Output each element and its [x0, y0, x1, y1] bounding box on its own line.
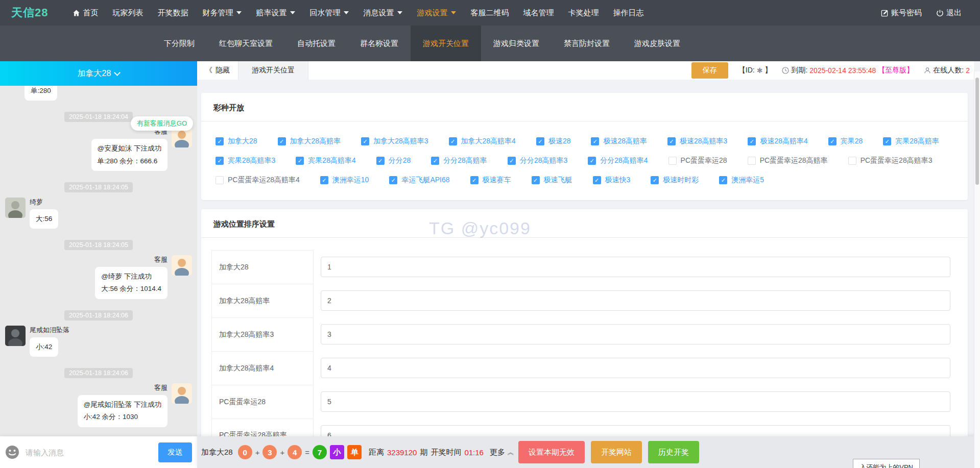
plus-sign: + [255, 448, 260, 457]
position-game-label: PC蛋蛋幸运28高赔率 [211, 418, 314, 436]
lottery-checkbox[interactable]: ✓分分28 [376, 156, 411, 165]
more-button[interactable]: 更多 《 [490, 448, 513, 457]
topnav-item-label: 域名管理 [523, 8, 554, 18]
lottery-checkbox[interactable]: PC蛋蛋幸运28高赔率4 [216, 176, 300, 185]
lottery-checkbox[interactable]: ✓宾果28高赔率3 [216, 156, 275, 165]
lottery-checkbox[interactable]: ✓极速快3 [593, 176, 631, 185]
checkbox-checked-icon: ✓ [278, 137, 286, 145]
lottery-checkbox[interactable]: ✓极速赛车 [470, 176, 511, 185]
topnav-item-label: 赔率设置 [256, 8, 286, 18]
lottery-checkbox[interactable]: ✓分分28高赔率3 [508, 156, 567, 165]
app-window: 天信28 首页玩家列表开奖数据财务管理赔率设置回水管理消息设置游戏设置客服二维码… [0, 0, 980, 468]
lottery-checkbox[interactable]: ✓极速28高赔率3 [667, 137, 727, 146]
subnav-tab[interactable]: 禁言防封设置 [552, 26, 622, 61]
lottery-checkbox-label: PC蛋蛋幸运28高赔率 [760, 156, 828, 165]
id-prefix: 【ID: [738, 66, 755, 75]
subnav-tab[interactable]: 下分限制 [152, 26, 207, 61]
lottery-checkbox[interactable]: ✓加拿大28高赔率4 [449, 137, 516, 146]
open-tab-game-switch-position[interactable]: 游戏开关位置 [238, 61, 308, 80]
save-button[interactable]: 保存 [691, 62, 728, 79]
checkbox-checked-icon: ✓ [591, 137, 599, 145]
checkbox-checked-icon: ✓ [588, 157, 596, 165]
position-order-input[interactable] [321, 358, 950, 378]
avatar [5, 326, 26, 346]
topnav-item[interactable]: 卡奖处理 [561, 0, 606, 26]
lottery-checkbox[interactable]: ✓极速28高赔率4 [748, 137, 807, 146]
subnav-tab[interactable]: 红包聊天室设置 [207, 26, 285, 61]
position-order-input[interactable] [321, 324, 950, 344]
lottery-checkbox-label: 极速28高赔率4 [760, 137, 807, 146]
lottery-checkbox[interactable]: PC蛋蛋幸运28高赔率 [748, 156, 828, 165]
lottery-checkbox[interactable]: ✓极速28 [536, 137, 571, 146]
topnav-item[interactable]: 开奖数据 [150, 0, 195, 26]
position-order-input[interactable] [321, 391, 950, 412]
topnav-item[interactable]: 操作日志 [606, 0, 651, 26]
lottery-checkbox[interactable]: ✓极速飞艇 [532, 176, 572, 185]
distance-label: 距离 [369, 448, 384, 457]
lottery-checkbox[interactable]: ✓宾果28高赔率 [883, 137, 939, 146]
send-button[interactable]: 发送 [158, 442, 192, 462]
new-service-message-notice[interactable]: 有新客服消息GO [131, 116, 193, 131]
lottery-checkbox[interactable]: ✓分分28高赔率 [431, 156, 487, 165]
lottery-checkbox-area: ✓加拿大28✓加拿大28高赔率✓加拿大28高赔率3✓加拿大28高赔率4✓极速28… [201, 121, 968, 200]
logout-button[interactable]: 退出 [929, 0, 969, 26]
topnav-item[interactable]: 财务管理 [195, 0, 249, 26]
topnav-item[interactable]: 玩家列表 [105, 0, 150, 26]
chat-room-selector[interactable]: 加拿大28 [0, 61, 197, 86]
set-period-invalid-button[interactable]: 设置本期无效 [518, 441, 585, 463]
chat-bubble: @安夏如沫 下注成功单:280 余分：666.6 [91, 139, 168, 171]
spinner-icon: ✱ [757, 66, 763, 75]
position-order-input[interactable] [321, 290, 950, 311]
topnav-item[interactable]: 消息设置 [356, 0, 410, 26]
lottery-checkbox[interactable]: ✓加拿大28高赔率 [278, 137, 341, 146]
position-game-label: 加拿大28高赔率4 [211, 351, 314, 385]
chat-bubble-partial: 单:280 [25, 86, 57, 101]
lottery-checkbox[interactable]: PC蛋蛋幸运28高赔率3 [848, 156, 933, 165]
account-password-button[interactable]: 账号密码 [874, 0, 929, 26]
online-count-info: 在线人数: 2 [924, 66, 970, 75]
checkbox-checked-icon: ✓ [320, 176, 328, 184]
topnav-item[interactable]: 域名管理 [516, 0, 561, 26]
logo-text-2: 28 [35, 6, 48, 19]
scrollbar-thumb[interactable] [975, 78, 979, 185]
chat-message-input[interactable] [19, 448, 158, 457]
subnav-tab[interactable]: 群名称设置 [348, 26, 411, 61]
topnav-item[interactable]: 游戏设置 [410, 0, 463, 26]
draw-history-button[interactable]: 历史开奖 [648, 441, 699, 463]
draw-website-button[interactable]: 开奖网站 [591, 441, 642, 463]
topnav-item[interactable]: 客服二维码 [463, 0, 516, 26]
position-order-input[interactable] [321, 425, 950, 436]
checkbox-checked-icon: ✓ [470, 176, 479, 184]
lottery-checkbox[interactable]: ✓宾果28 [828, 137, 863, 146]
subnav-tab[interactable]: 游戏开关位置 [411, 26, 481, 61]
checkbox-unchecked-icon [216, 176, 224, 184]
id-suffix: 】 [764, 66, 772, 75]
subnav-tab[interactable]: 游戏皮肤设置 [622, 26, 692, 61]
chat-message: 绮萝大:56 [5, 198, 192, 229]
lottery-checkbox[interactable]: ✓宾果28高赔率4 [296, 156, 355, 165]
checkbox-checked-icon: ✓ [216, 137, 224, 145]
vertical-scrollbar[interactable] [974, 71, 980, 468]
position-row: 加拿大28 [211, 250, 955, 284]
hide-chat-button[interactable]: 《 隐藏 [197, 61, 238, 80]
emoji-icon[interactable] [5, 445, 19, 459]
lottery-checkbox[interactable]: ✓加拿大28 [216, 137, 257, 146]
subnav-tab[interactable]: 自动托设置 [285, 26, 348, 61]
topnav-item[interactable]: 回水管理 [302, 0, 356, 26]
topnav-item-label: 卡奖处理 [568, 8, 599, 18]
lottery-checkbox[interactable]: ✓澳洲幸运10 [320, 176, 369, 185]
chat-message-list[interactable]: 单:2802025-01-18 18:24:04客服@安夏如沫 下注成功单:28… [0, 86, 197, 436]
topnav-item[interactable]: 赔率设置 [249, 0, 302, 26]
lottery-checkbox[interactable]: ✓加拿大28高赔率3 [361, 137, 428, 146]
position-order-input[interactable] [321, 257, 950, 277]
lottery-checkbox[interactable]: ✓澳洲幸运5 [719, 176, 764, 185]
lottery-checkbox[interactable]: ✓极速时时彩 [651, 176, 699, 185]
topnav-item[interactable]: 首页 [65, 0, 105, 26]
lottery-checkbox[interactable]: ✓极速28高赔率 [591, 137, 647, 146]
subnav-tab[interactable]: 游戏归类设置 [481, 26, 552, 61]
chevron-down-icon [397, 11, 402, 14]
draw-sum-badge: 7 [313, 445, 327, 459]
lottery-checkbox[interactable]: ✓幸运飞艇API68 [389, 176, 449, 185]
lottery-checkbox[interactable]: ✓分分28高赔率4 [588, 156, 648, 165]
lottery-checkbox[interactable]: PC蛋蛋幸运28 [668, 156, 727, 165]
